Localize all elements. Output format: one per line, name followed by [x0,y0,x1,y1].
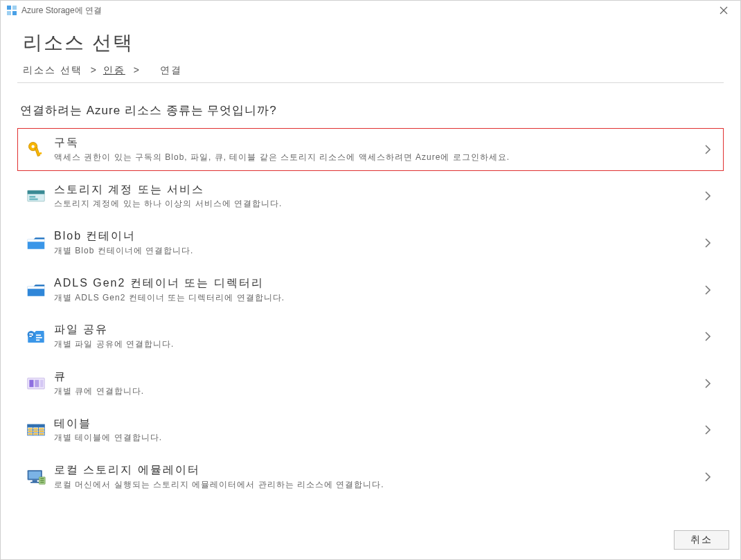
svg-rect-49 [40,482,44,482]
folder-blue-icon [22,231,50,255]
chevron-right-icon [699,471,716,482]
dialog-window: Azure Storage에 연결 리소스 선택 리소스 선택 > 인증 > 연… [0,0,741,560]
breadcrumb-step-auth[interactable]: 인증 [103,64,125,75]
option-text: 로컬 스토리지 에뮬레이터로컬 머신에서 실행되는 스토리지 에뮬레이터에서 관… [54,463,699,491]
option-title: ADLS Gen2 컨테이너 또는 디렉터리 [54,276,699,291]
option-adls-gen2[interactable]: ADLS Gen2 컨테이너 또는 디렉터리개별 ADLS Gen2 컨테이너 … [17,269,724,311]
option-title: 테이블 [54,417,699,431]
section-question: 연결하려는 Azure 리소스 종류는 무엇입니까? [20,102,724,118]
option-desc: 로컬 머신에서 실행되는 스토리지 에뮬레이터에서 관리하는 리소스에 연결합니… [54,479,699,491]
svg-rect-8 [35,147,39,156]
svg-rect-22 [36,340,39,341]
svg-rect-34 [34,428,38,430]
svg-rect-15 [28,240,45,242]
table-icon [22,418,50,442]
chevron-right-icon [699,144,716,155]
svg-rect-1 [12,6,17,10]
breadcrumb-step-connect: 연결 [160,64,182,75]
folder-adls-icon [22,278,50,302]
svg-rect-36 [28,431,33,432]
svg-rect-35 [39,428,44,430]
option-file-share[interactable]: 파일 공유개별 파일 공유에 연결합니다. [17,315,724,358]
option-title: 파일 공유 [54,323,699,337]
content-area: 리소스 선택 리소스 선택 > 인증 > 연결 연결하려는 Azure 리소스 … [1,20,740,523]
options-list: 구독액세스 권한이 있는 구독의 Blob, 파일, 큐, 테이블 같은 스토리… [17,128,724,515]
svg-rect-40 [34,433,38,435]
svg-rect-38 [39,431,44,432]
breadcrumb-step-resource: 리소스 선택 [23,64,82,75]
option-text: 구독액세스 권한이 있는 구독의 Blob, 파일, 큐, 테이블 같은 스토리… [54,136,699,163]
svg-rect-12 [29,196,35,198]
option-subscription[interactable]: 구독액세스 권한이 있는 구독의 Blob, 파일, 큐, 테이블 같은 스토리… [17,128,724,171]
svg-rect-19 [29,336,32,337]
option-desc: 개별 ADLS Gen2 컨테이너 또는 디렉터리에 연결합니다. [54,292,699,304]
svg-rect-44 [33,480,37,482]
svg-rect-3 [12,11,17,15]
breadcrumb-sep: > [134,64,141,75]
title-bar: Azure Storage에 연결 [1,1,740,20]
svg-rect-24 [29,380,33,388]
svg-rect-45 [30,482,39,483]
cancel-button[interactable]: 취소 [674,530,729,550]
breadcrumb: 리소스 선택 > 인증 > 연결 [17,60,724,83]
option-title: 스토리지 계정 또는 서비스 [54,183,699,197]
svg-rect-41 [39,433,44,435]
svg-rect-47 [40,478,44,479]
file-share-icon [22,325,50,348]
svg-point-18 [28,331,35,338]
option-title: 로컬 스토리지 에뮬레이터 [54,463,699,478]
app-icon [6,5,17,16]
svg-rect-39 [28,433,33,435]
svg-rect-25 [35,380,39,388]
option-desc: 액세스 권한이 있는 구독의 Blob, 파일, 큐, 테이블 같은 스토리지 … [54,152,699,163]
chevron-right-icon [699,378,716,389]
svg-rect-11 [28,191,45,195]
chevron-right-icon [699,284,716,296]
close-icon[interactable] [713,1,735,20]
window-title: Azure Storage에 연결 [21,5,102,17]
option-text: 테이블개별 테이블에 연결합니다. [54,417,699,444]
option-title: 구독 [54,136,699,150]
option-desc: 개별 파일 공유에 연결합니다. [54,338,699,350]
chevron-right-icon [699,331,716,342]
option-desc: 개별 큐에 연결합니다. [54,386,699,397]
monitor-icon [22,465,50,489]
svg-rect-28 [28,424,45,427]
chevron-right-icon [699,424,716,435]
option-desc: 개별 Blob 컨테이너에 연결합니다. [54,245,699,257]
svg-rect-2 [7,11,11,15]
svg-rect-37 [34,431,38,432]
option-text: ADLS Gen2 컨테이너 또는 디렉터리개별 ADLS Gen2 컨테이너 … [54,276,699,304]
storage-icon [22,184,50,208]
svg-rect-26 [40,380,43,388]
option-text: 큐개별 큐에 연결합니다. [54,370,699,397]
option-queue[interactable]: 큐개별 큐에 연결합니다. [17,362,724,405]
svg-rect-48 [40,480,44,480]
svg-rect-13 [29,199,37,201]
option-blob-container[interactable]: Blob 컨테이너개별 Blob 컨테이너에 연결합니다. [17,222,724,264]
option-desc: 스토리지 계정에 있는 하나 이상의 서비스에 연결합니다. [54,198,699,210]
chevron-right-icon [699,237,716,249]
option-title: Blob 컨테이너 [54,229,699,244]
option-local-emulator[interactable]: 로컬 스토리지 에뮬레이터로컬 머신에서 실행되는 스토리지 에뮬레이터에서 관… [17,455,724,498]
option-text: 파일 공유개별 파일 공유에 연결합니다. [54,323,699,350]
page-title: 리소스 선택 [23,30,724,56]
svg-rect-21 [36,337,42,338]
svg-rect-0 [7,6,11,10]
footer: 취소 [1,523,740,559]
option-title: 큐 [54,370,699,384]
option-table[interactable]: 테이블개별 테이블에 연결합니다. [17,409,724,452]
breadcrumb-sep: > [91,64,98,75]
option-desc: 개별 테이블에 연결합니다. [54,432,699,444]
option-text: Blob 컨테이너개별 Blob 컨테이너에 연결합니다. [54,229,699,257]
option-storage-account[interactable]: 스토리지 계정 또는 서비스스토리지 계정에 있는 하나 이상의 서비스에 연결… [17,175,724,218]
chevron-right-icon [699,190,716,201]
svg-point-7 [31,145,34,147]
queue-icon [22,372,50,395]
key-icon [22,138,50,161]
svg-rect-20 [36,335,41,336]
svg-rect-17 [28,286,45,289]
option-text: 스토리지 계정 또는 서비스스토리지 계정에 있는 하나 이상의 서비스에 연결… [54,183,699,210]
svg-rect-33 [28,428,33,430]
